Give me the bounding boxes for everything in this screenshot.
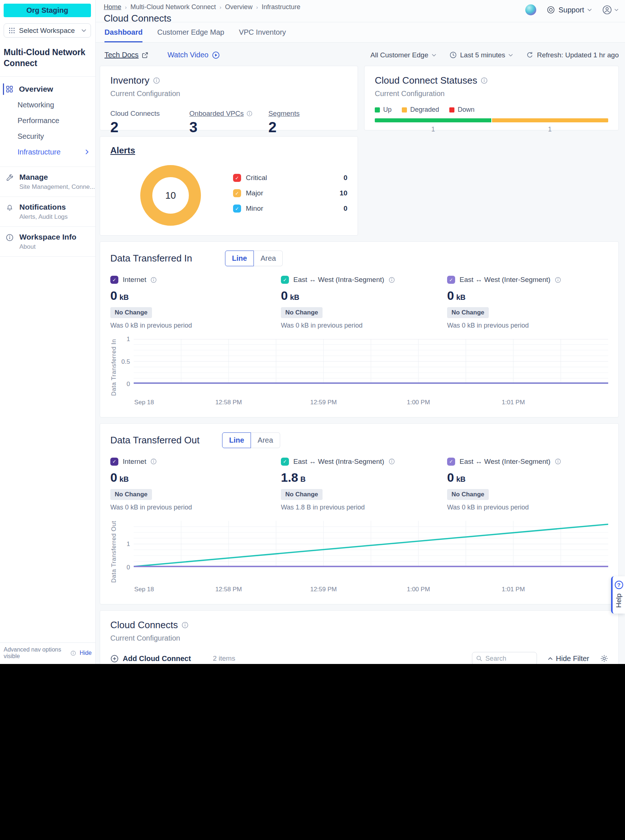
tab-vpc-inventory[interactable]: VPC Inventory (239, 28, 286, 42)
stat-label-link[interactable]: Onboarded VPCs (189, 110, 244, 118)
stat-label: Cloud Connects (110, 110, 189, 118)
x-tick-label: 1:00 PM (407, 586, 430, 593)
hide-nav-link[interactable]: Hide (79, 650, 92, 656)
line-toggle-button[interactable]: Line (225, 250, 254, 266)
metric-unit: kB (120, 293, 129, 301)
chevron-down-icon (508, 54, 513, 57)
tab-bar: Dashboard Customer Edge Map VPC Inventor… (96, 22, 625, 43)
metric-caption: Was 0 kB in previous period (110, 504, 281, 511)
minor-checkbox[interactable] (233, 205, 241, 213)
intra-segment-checkbox[interactable] (281, 458, 289, 466)
workspace-selector[interactable]: Select Workspace (4, 23, 91, 37)
metric-unit: kB (290, 293, 300, 301)
sidebar-item-overview[interactable]: Overview (0, 81, 95, 97)
time-range-filter[interactable]: Last 5 minutes (449, 51, 513, 59)
gear-icon[interactable] (600, 654, 608, 663)
sidebar-item-infrastructure[interactable]: Infrastructure (0, 144, 95, 160)
info-icon[interactable] (153, 77, 160, 84)
stat-cloud-connects: Cloud Connects 2 (110, 110, 189, 135)
breadcrumb-item[interactable]: Multi-Cloud Network Connect (131, 3, 216, 11)
info-icon[interactable] (247, 111, 252, 116)
alert-value: 0 (344, 205, 347, 213)
sidebar-item-label: Overview (19, 85, 53, 93)
area-toggle-button[interactable]: Area (251, 432, 280, 448)
stat-value: 2 (110, 119, 189, 135)
info-icon[interactable] (182, 622, 188, 629)
major-checkbox[interactable] (233, 189, 241, 197)
support-menu[interactable]: Support (546, 5, 592, 14)
search-input[interactable] (485, 655, 525, 663)
breadcrumb-separator: › (125, 4, 127, 10)
play-circle-icon (212, 51, 220, 59)
inventory-title: Inventory (110, 75, 149, 86)
info-icon[interactable] (555, 458, 561, 464)
customer-edge-filter[interactable]: All Customer Edge (370, 51, 436, 59)
info-icon[interactable] (389, 458, 395, 464)
wrench-icon (6, 174, 14, 191)
info-icon (70, 651, 76, 656)
alerts-donut-chart: 10 (140, 165, 201, 226)
info-icon[interactable] (555, 277, 561, 283)
inter-segment-checkbox[interactable] (447, 276, 455, 284)
sidebar-item-manage[interactable]: Manage Site Management, Conne... (0, 167, 95, 197)
stat-segments: Segments 2 (269, 110, 347, 135)
breadcrumb-item[interactable]: Infrastructure (261, 3, 300, 11)
alerts-title-link[interactable]: Alerts (110, 145, 347, 155)
sidebar-item-sublabel: Site Management, Conne... (19, 183, 95, 191)
add-cloud-connect-button[interactable]: Add Cloud Connect (110, 654, 191, 663)
breadcrumb-home[interactable]: Home (104, 3, 121, 11)
workspace-selector-label: Select Workspace (19, 26, 75, 35)
line-toggle-button[interactable]: Line (222, 432, 251, 448)
hide-filter-button[interactable]: Hide Filter (548, 654, 589, 663)
grid-icon (6, 85, 13, 93)
sidebar-item-security[interactable]: Security (0, 129, 95, 144)
y-axis-ticks: 00.51 (121, 339, 134, 396)
alert-row-minor: Minor 0 (233, 205, 347, 213)
metric-value: 1.8 (281, 470, 298, 484)
refresh-button[interactable]: Refresh: Updated 1 hr ago (526, 51, 619, 59)
time-range-label: Last 5 minutes (460, 51, 505, 59)
breadcrumb-item[interactable]: Overview (225, 3, 252, 11)
metric-value: 0 (447, 470, 454, 484)
sidebar-item-networking[interactable]: Networking (0, 97, 95, 113)
sidebar-item-label: Infrastructure (17, 148, 61, 156)
sidebar-item-workspace-info[interactable]: Workspace Info About (0, 227, 95, 256)
status-bar-counts: 11 (375, 126, 608, 133)
change-badge: No Change (110, 489, 152, 500)
intra-segment-checkbox[interactable] (281, 276, 289, 284)
help-tab[interactable]: ? Help (611, 576, 625, 613)
sidebar-item-sublabel: Alerts, Audit Logs (19, 213, 68, 220)
area-toggle-button[interactable]: Area (254, 250, 283, 266)
internet-checkbox[interactable] (110, 276, 118, 284)
user-menu[interactable] (602, 5, 619, 15)
alerts-total: 10 (165, 190, 176, 201)
watch-video-link[interactable]: Watch Video (167, 51, 219, 59)
change-badge: No Change (447, 307, 489, 318)
inventory-card: Inventory Current Configuration Cloud Co… (100, 66, 358, 130)
alert-row-critical: Critical 0 (233, 174, 347, 182)
metric-caption: Was 0 kB in previous period (281, 322, 447, 329)
info-icon[interactable] (481, 77, 488, 84)
metric-value: 0 (110, 289, 117, 303)
info-icon[interactable] (151, 458, 157, 464)
sidebar-nav: Overview Networking Performance Security… (0, 77, 95, 165)
stat-label-link[interactable]: Segments (269, 110, 300, 117)
page-header: Home › Multi-Cloud Network Connect › Ove… (96, 0, 625, 22)
sidebar-item-notifications[interactable]: Notifications Alerts, Audit Logs (0, 197, 95, 227)
tech-docs-link[interactable]: Tech Docs (104, 51, 148, 59)
customer-edge-filter-label: All Customer Edge (370, 51, 428, 59)
statuses-title: Cloud Connect Statuses (375, 75, 477, 86)
metric-inter-segment: East ↔ West (Inter-Segment) 0kB No Chang… (447, 276, 608, 329)
info-icon[interactable] (389, 277, 395, 283)
info-icon[interactable] (151, 277, 157, 283)
tab-dashboard[interactable]: Dashboard (104, 28, 143, 42)
org-sphere-icon[interactable] (525, 5, 536, 16)
internet-checkbox[interactable] (110, 458, 118, 466)
inter-segment-checkbox[interactable] (447, 458, 455, 466)
sidebar-item-performance[interactable]: Performance (0, 113, 95, 129)
tab-customer-edge-map[interactable]: Customer Edge Map (157, 28, 224, 42)
critical-checkbox[interactable] (233, 174, 241, 182)
x-tick-label: Sep 18 (134, 399, 154, 406)
advanced-nav-text: Advanced nav options visible (4, 646, 68, 660)
chevron-down-icon (614, 8, 619, 11)
